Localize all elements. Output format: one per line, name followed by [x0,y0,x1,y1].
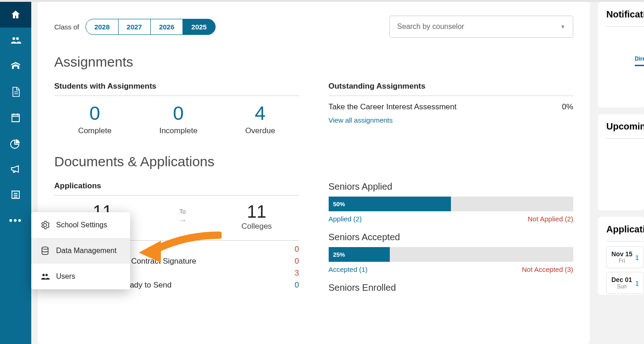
notifications-card: Notifications Dire [598,2,644,107]
to-label: To [178,208,187,215]
deadline-item[interactable]: Dec 01 Sun 1 [606,272,644,294]
settings-popover: School Settings Data Management Users [31,212,130,289]
ellipsis-icon: ••• [9,214,22,226]
seniors-accepted-bar: 25% [329,247,574,262]
calendar-icon [10,112,21,123]
tab-2025[interactable]: 2025 [183,19,215,35]
people-icon [10,35,21,46]
menu-data-management[interactable]: Data Management [31,238,130,264]
not-applied-link[interactable]: Not Applied (2) [528,215,573,223]
menu-label: Users [56,272,75,281]
home-icon [10,9,21,20]
main-dashboard: Class of 2028 2027 2026 2025 Search by c… [38,2,590,344]
menu-label: School Settings [56,221,107,229]
notifications-title: Notifications [606,9,644,20]
nav-calendar[interactable] [0,105,31,130]
class-of-label: Class of [54,23,79,31]
outstanding-assignments-heading: Outstanding Assignments [329,82,574,96]
counselor-search-placeholder: Search by counselor [397,23,464,31]
nav-lists[interactable] [0,182,31,208]
users-icon [40,272,50,281]
stat-complete[interactable]: 0 Complete [78,102,112,135]
left-nav: ••• [0,2,31,344]
colleges-count-block[interactable]: 11 Colleges [241,202,272,231]
nav-more[interactable]: ••• [0,208,31,233]
svg-point-0 [42,247,48,249]
stat-incomplete[interactable]: 0 Incomplete [159,102,197,135]
applications-subheading: Applications [54,181,299,196]
deadline-item[interactable]: Nov 15 Fri 1 [606,246,644,268]
gear-icon [40,220,50,230]
pie-chart-icon [10,138,21,149]
outstanding-item-text: Take the Career Interest Assessment [329,102,457,112]
applied-link[interactable]: Applied (2) [329,215,362,223]
stat-overdue[interactable]: 4 Overdue [245,102,275,135]
document-icon [10,86,21,97]
menu-users[interactable]: Users [31,264,130,289]
counselor-search-dropdown[interactable]: Search by counselor ▼ [389,16,573,38]
nav-reports[interactable] [0,130,31,156]
megaphone-icon [10,164,21,175]
not-accepted-link[interactable]: Not Accepted (3) [522,265,573,273]
documents-heading: Documents & Applications [54,154,573,169]
accepted-link[interactable]: Accepted (1) [329,265,368,273]
nav-home[interactable] [0,2,31,28]
application-deadlines-card: Applicatio Nov 15 Fri 1 Dec 01 Sun [598,217,644,295]
menu-school-settings[interactable]: School Settings [31,212,130,238]
school-icon [10,61,21,72]
tab-2028[interactable]: 2028 [85,19,118,35]
list-icon [10,189,21,200]
outstanding-item-pct: 0% [562,102,573,112]
deadlines-title: Applicatio [606,224,644,235]
database-icon [40,246,50,255]
nav-schools[interactable] [0,53,31,79]
seniors-applied-bar: 50% [329,197,574,211]
view-all-assignments-link[interactable]: View all assignments [329,116,393,124]
students-with-assignments-heading: Students with Assignments [54,82,299,96]
tab-2027[interactable]: 2027 [119,19,151,35]
chevron-down-icon: ▼ [560,24,565,29]
upcoming-title: Upcoming [606,121,644,132]
menu-label: Data Management [56,247,117,255]
class-year-tabs: 2028 2027 2026 2025 [85,19,216,35]
nav-announcements[interactable] [0,156,31,182]
nav-students[interactable] [0,28,31,53]
arrow-right-icon: → [178,215,187,226]
seniors-enrolled-title: Seniors Enrolled [329,282,574,293]
seniors-accepted-title: Seniors Accepted [329,232,574,242]
seniors-applied-title: Seniors Applied [329,181,574,192]
nav-documents[interactable] [0,79,31,105]
tab-2026[interactable]: 2026 [151,19,183,35]
assignments-heading: Assignments [54,54,573,70]
upcoming-card: Upcoming [598,114,644,210]
notifications-tab[interactable]: Dire [635,56,644,66]
